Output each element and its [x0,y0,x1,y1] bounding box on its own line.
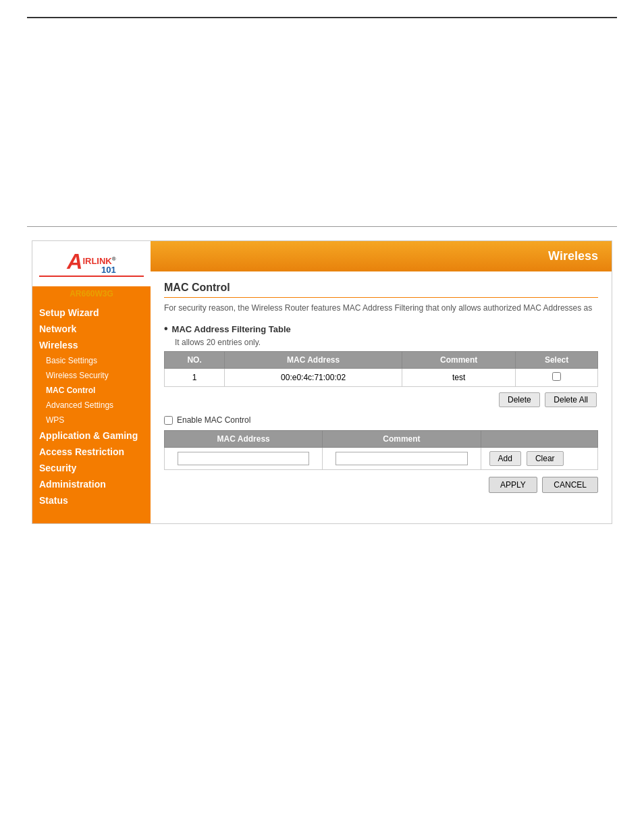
comment-input[interactable] [336,452,468,465]
model-name: AR660W3G [32,286,151,301]
sidebar-item-advanced-settings[interactable]: Advanced Settings [32,398,151,413]
col-select: Select [516,352,598,369]
sidebar-item-mac-control[interactable]: MAC Control [32,383,151,398]
cell-comment: test [402,369,516,387]
content-body: MAC Control For security reason, the Wir… [151,271,612,503]
header-title: Wireless [548,249,598,263]
cell-select[interactable] [516,369,598,387]
mac-table: NO. MAC Address Comment Select 1 00:e0:4… [164,351,598,387]
delete-button[interactable]: Delete [499,392,540,407]
content-header: Wireless [151,241,612,271]
enable-mac-label: Enable MAC Control [177,415,250,425]
col-no: NO. [165,352,225,369]
logo-irlink: IRLINK® [82,257,115,265]
router-ui-container: A IRLINK® 101 AR660W3G Setup Wizard Netw… [32,240,612,524]
sidebar-item-wps[interactable]: WPS [32,413,151,427]
comment-input-cell [323,448,481,470]
enable-mac-row: Enable MAC Control [164,415,598,425]
input-col-comment: Comment [323,431,481,448]
description-text: For security reason, the Wireless Router… [164,303,598,313]
logo-divider [39,276,144,277]
mac-input-cell [165,448,323,470]
add-clear-cell: Add Clear [481,448,597,470]
section-title: • MAC Address Filtering Table [164,323,598,335]
top-rule [27,17,617,18]
sidebar-item-administration[interactable]: Administration [32,476,151,492]
clear-button[interactable]: Clear [527,451,564,466]
main-content: Wireless MAC Control For security reason… [151,241,612,523]
apply-cancel-row: APPLY CANCEL [164,477,598,493]
add-clear-buttons: Add Clear [487,451,592,466]
sidebar-item-wireless-security[interactable]: Wireless Security [32,368,151,383]
mac-address-input[interactable] [178,452,310,465]
add-button[interactable]: Add [489,451,521,466]
sidebar-nav: Setup Wizard Network Wireless Basic Sett… [32,301,151,512]
sidebar-item-setup-wizard[interactable]: Setup Wizard [32,305,151,321]
cell-no: 1 [165,369,225,387]
entries-note: It allows 20 entries only. [175,338,598,347]
input-col-mac: MAC Address [165,431,323,448]
section-title-text: MAC Address Filtering Table [172,324,291,334]
cancel-button[interactable]: CANCEL [542,477,598,493]
input-row: Add Clear [165,448,598,470]
table-row: 1 00:e0:4c:71:00:02 test [165,369,598,387]
logo-a: A [67,249,82,274]
logo-area: A IRLINK® 101 [32,241,151,286]
col-mac-address: MAC Address [225,352,402,369]
input-col-actions [481,431,597,448]
page-title: MAC Control [164,282,598,298]
cell-mac: 00:e0:4c:71:00:02 [225,369,402,387]
input-table: MAC Address Comment [164,430,598,470]
top-decorative-area [0,0,644,18]
sidebar-item-wireless[interactable]: Wireless [32,337,151,353]
enable-mac-checkbox[interactable] [164,416,173,425]
sidebar-item-status[interactable]: Status [32,492,151,509]
logo-101: 101 [82,265,115,274]
delete-all-button[interactable]: Delete All [545,392,597,407]
sidebar: A IRLINK® 101 AR660W3G Setup Wizard Netw… [32,241,151,523]
select-checkbox[interactable] [552,372,561,381]
mid-rule [27,226,617,227]
sidebar-item-access-restriction[interactable]: Access Restriction [32,444,151,460]
col-comment: Comment [402,352,516,369]
sidebar-item-application-gaming[interactable]: Application & Gaming [32,427,151,444]
section-bullet: • [164,323,168,335]
sidebar-item-security[interactable]: Security [32,460,151,476]
sidebar-item-basic-settings[interactable]: Basic Settings [32,353,151,368]
delete-buttons-area: Delete Delete All [164,392,598,407]
apply-button[interactable]: APPLY [489,477,537,493]
sidebar-item-network[interactable]: Network [32,321,151,337]
white-space-area [0,24,644,226]
